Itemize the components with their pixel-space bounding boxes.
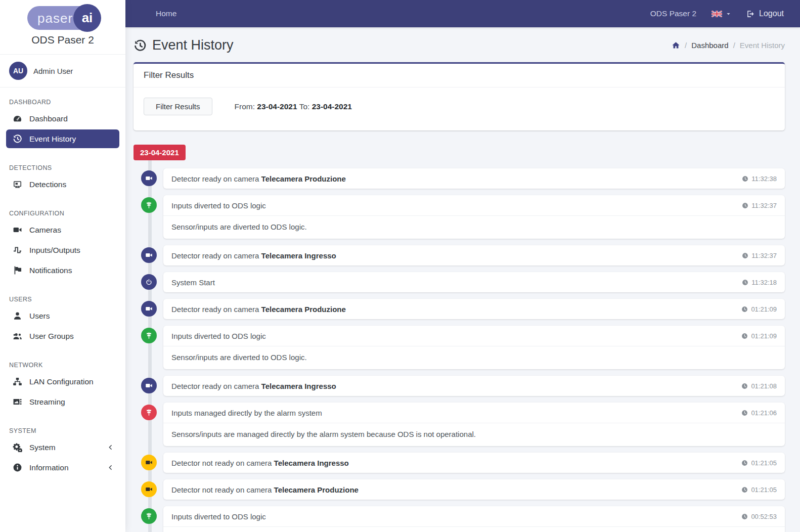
home-link[interactable]: Home	[156, 9, 176, 18]
event-time: 11:32:37	[742, 252, 777, 259]
sidebar-item-cameras[interactable]: Cameras	[6, 220, 119, 239]
sidebar-item-inputs-outputs[interactable]: Inputs/Outputs	[6, 241, 119, 259]
sidebar-nav: DASHBOARDDashboardEvent HistoryDETECTION…	[0, 87, 125, 489]
sidebar-item-label: User Groups	[29, 332, 74, 341]
sidebar-section: SYSTEMSystemInformation	[6, 424, 119, 477]
sidebar-item-user-groups[interactable]: User Groups	[6, 327, 119, 345]
clock-icon	[742, 279, 748, 286]
language-dropdown[interactable]	[712, 11, 731, 17]
page-title: Event History	[134, 37, 234, 53]
filter-button-label: Filter Results	[156, 102, 200, 111]
top-navbar: Home ODS Paser 2 Logout	[125, 0, 800, 27]
brand[interactable]: paser ai ODS Paser 2	[0, 0, 125, 55]
sidebar-item-dashboard[interactable]: Dashboard	[6, 109, 119, 128]
event-time: 11:32:37	[742, 202, 777, 209]
sidebar-item-event-history[interactable]: Event History	[6, 129, 119, 148]
event-description: Sensor/inputs are diverted to ODS logic.	[163, 346, 785, 369]
date-range-text: From: 23-04-2021 To: 23-04-2021	[235, 102, 352, 111]
sidebar-section-label: DASHBOARD	[6, 96, 119, 108]
sidebar-section: DASHBOARDDashboardEvent History	[6, 96, 119, 148]
sidebar-item-label: LAN Configuration	[29, 377, 94, 386]
timeline-event: Inputs diverted to ODS logic11:32:37Sens…	[134, 195, 785, 239]
user-icon	[12, 311, 23, 321]
timeline-events: Detector ready on camera Telecamera Prod…	[134, 168, 785, 532]
sign-out-icon	[746, 10, 755, 18]
timeline-event: Detector not ready on camera Telecamera …	[134, 453, 785, 473]
event-card: Inputs diverted to ODS logic01:21:09Sens…	[163, 326, 785, 369]
filter-results-button[interactable]: Filter Results	[144, 98, 212, 115]
timeline-event: Detector not ready on camera Telecamera …	[134, 479, 785, 500]
timeline-date-badge: 23-04-2021	[134, 145, 186, 160]
flag-icon	[12, 265, 23, 275]
paser-ai-logo: paser ai	[27, 6, 98, 30]
event-title: System Start	[171, 278, 215, 287]
detections-icon	[12, 180, 23, 189]
event-card: Detector ready on camera Telecamera Ingr…	[163, 376, 785, 396]
event-title: Inputs diverted to ODS logic	[171, 332, 266, 340]
sidebar-item-users[interactable]: Users	[6, 306, 119, 325]
user-panel: AU Admin User	[0, 55, 125, 87]
sidebar-item-detections[interactable]: Detections	[6, 175, 119, 194]
event-description: Sensors/inputs are managed directly by t…	[163, 423, 785, 446]
sidebar-item-information[interactable]: Information	[6, 458, 119, 477]
event-time: 01:21:06	[741, 409, 777, 417]
sidebar-section-label: SYSTEM	[6, 424, 119, 436]
sidebar-item-notifications[interactable]: Notifications	[6, 261, 119, 280]
video-camera-icon	[141, 247, 157, 263]
event-time: 01:21:05	[741, 459, 777, 467]
event-title: Detector not ready on camera Telecamera …	[171, 459, 349, 467]
caret-down-icon	[726, 11, 731, 17]
filter-card-title: Filter Results	[134, 64, 785, 87]
sidebar-item-lan-configuration[interactable]: LAN Configuration	[6, 372, 119, 391]
event-title: Detector ready on camera Telecamera Prod…	[171, 174, 346, 183]
video-camera-icon	[141, 455, 157, 470]
video-camera-icon	[141, 378, 157, 393]
event-time: 01:21:09	[741, 305, 777, 313]
history-icon	[134, 39, 147, 52]
chevron-left-icon	[107, 464, 114, 471]
from-date: 23-04-2021	[257, 102, 297, 111]
to-label: To:	[299, 102, 310, 111]
sidebar-item-label: Dashboard	[29, 114, 68, 123]
sidebar-item-label: Detections	[29, 180, 66, 189]
sidebar-item-label: Information	[29, 463, 69, 472]
brand-app-name: ODS Paser 2	[0, 34, 125, 49]
sidebar: paser ai ODS Paser 2 AU Admin User DASHB…	[0, 0, 125, 532]
clock-icon	[742, 202, 748, 209]
sidebar-section-label: CONFIGURATION	[6, 207, 119, 219]
sidebar-item-system[interactable]: System	[6, 438, 119, 457]
sidebar-section-label: DETECTIONS	[6, 161, 119, 173]
event-card: Detector ready on camera Telecamera Prod…	[163, 168, 785, 189]
event-time: 11:32:38	[742, 175, 777, 183]
navbar-app-label: ODS Paser 2	[650, 9, 696, 18]
sidebar-item-label: Notifications	[29, 266, 72, 275]
event-time: 01:21:08	[741, 382, 777, 390]
logout-button[interactable]: Logout	[746, 9, 784, 18]
timeline-event: Detector ready on camera Telecamera Prod…	[134, 168, 785, 189]
timeline-event: Detector ready on camera Telecamera Ingr…	[134, 376, 785, 396]
timeline-event: Inputs diverted to ODS logic00:52:53Sens…	[134, 506, 785, 532]
sidebar-section: NETWORKLAN ConfigurationStreaming	[6, 359, 119, 411]
user-group-icon	[12, 331, 23, 341]
signpost-icon	[141, 405, 157, 420]
clock-icon	[741, 333, 748, 339]
avatar: AU	[9, 62, 27, 80]
sidebar-section: USERSUsersUser Groups	[6, 293, 119, 345]
from-label: From:	[235, 102, 255, 111]
sidebar-section: CONFIGURATIONCamerasInputs/OutputsNotifi…	[6, 207, 119, 280]
signpost-icon	[141, 508, 157, 524]
sidebar-item-label: Inputs/Outputs	[29, 246, 80, 255]
home-icon[interactable]	[672, 41, 680, 50]
breadcrumb-dashboard[interactable]: Dashboard	[691, 41, 728, 50]
event-title: Detector ready on camera Telecamera Ingr…	[171, 382, 336, 390]
event-title: Detector ready on camera Telecamera Ingr…	[171, 251, 336, 260]
sitemap-icon	[12, 377, 23, 386]
clock-icon	[741, 383, 748, 389]
event-title: Inputs diverted to ODS logic	[171, 201, 266, 210]
history-icon	[12, 134, 23, 144]
sidebar-section-label: USERS	[6, 293, 119, 305]
clock-icon	[741, 460, 748, 466]
event-time: 00:52:53	[741, 513, 777, 520]
sidebar-item-streaming[interactable]: Streaming	[6, 392, 119, 411]
event-description: Sensor/inputs are diverted to ODS logic.	[163, 526, 785, 532]
